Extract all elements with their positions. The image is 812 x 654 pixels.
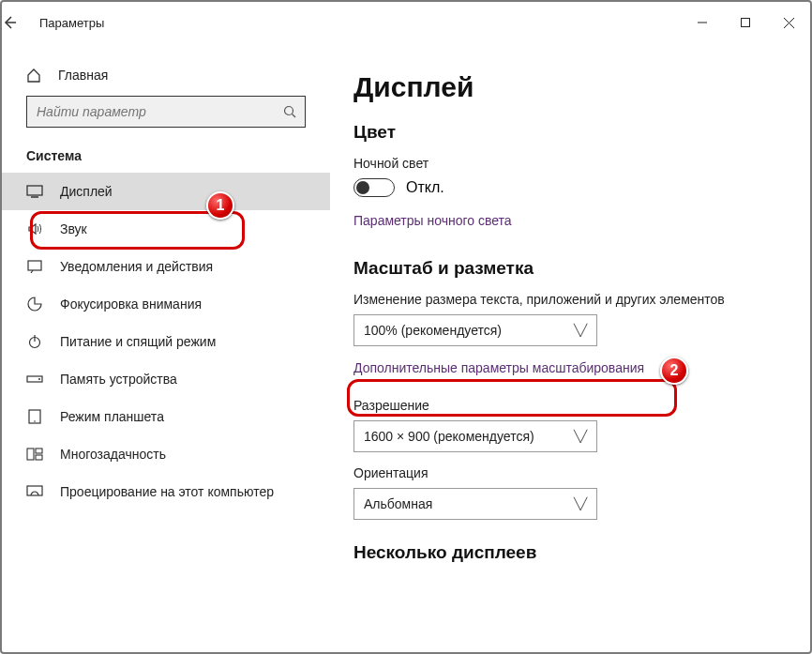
svg-rect-15 bbox=[27, 449, 34, 460]
orientation-value: Альбомная bbox=[364, 496, 432, 511]
back-button[interactable] bbox=[2, 15, 39, 30]
nav-focus[interactable]: Фокусировка внимания bbox=[2, 285, 330, 323]
nav-notifications[interactable]: Уведомления и действия bbox=[2, 248, 330, 285]
nav-label: Режим планшета bbox=[60, 409, 164, 424]
night-light-label: Ночной свет bbox=[353, 156, 782, 171]
annotation-badge-2: 2 bbox=[660, 357, 688, 385]
home-label: Главная bbox=[58, 68, 108, 83]
titlebar: Параметры bbox=[2, 2, 810, 43]
chevron-down-icon: ╲╱ bbox=[574, 497, 587, 510]
nav-storage[interactable]: Память устройства bbox=[2, 360, 330, 398]
nav-multitask[interactable]: Многозадачность bbox=[2, 435, 330, 473]
search-input[interactable] bbox=[26, 96, 306, 128]
svg-rect-6 bbox=[27, 186, 42, 195]
svg-rect-1 bbox=[742, 19, 750, 27]
annotation-highlight-2 bbox=[347, 379, 677, 417]
nav-label: Проецирование на этот компьютер bbox=[60, 484, 274, 499]
home-icon bbox=[26, 68, 41, 83]
window-controls bbox=[681, 2, 810, 43]
projection-icon bbox=[26, 485, 43, 498]
svg-point-4 bbox=[285, 107, 293, 115]
annotation-badge-1: 1 bbox=[206, 191, 234, 220]
night-light-toggle[interactable] bbox=[353, 178, 395, 197]
resolution-value: 1600 × 900 (рекомендуется) bbox=[364, 429, 534, 444]
svg-line-5 bbox=[293, 114, 296, 118]
svg-rect-16 bbox=[36, 449, 42, 453]
window-title: Параметры bbox=[39, 16, 104, 30]
sidebar: Главная Система Дисплей Звук bbox=[2, 43, 330, 652]
notification-icon bbox=[26, 260, 43, 273]
color-heading: Цвет bbox=[353, 122, 782, 143]
nav-label: Память устройства bbox=[60, 372, 177, 387]
tablet-icon bbox=[26, 409, 43, 424]
focus-icon bbox=[26, 297, 43, 312]
search-icon bbox=[283, 105, 296, 118]
advanced-scaling-link[interactable]: Дополнительные параметры масштабирования bbox=[353, 360, 644, 375]
main-panel: Дисплей Цвет Ночной свет Откл. Параметры… bbox=[330, 43, 810, 652]
nav-projection[interactable]: Проецирование на этот компьютер bbox=[2, 473, 330, 510]
settings-window: Параметры Главная bbox=[0, 0, 812, 654]
svg-rect-18 bbox=[27, 486, 42, 495]
section-system: Система bbox=[2, 148, 330, 173]
resolution-dropdown[interactable]: 1600 × 900 (рекомендуется) ╲╱ bbox=[353, 420, 597, 452]
nav-label: Фокусировка внимания bbox=[60, 297, 202, 312]
svg-point-12 bbox=[38, 378, 40, 380]
nav-power[interactable]: Питание и спящий режим bbox=[2, 323, 330, 360]
night-light-settings-link[interactable]: Параметры ночного света bbox=[353, 213, 512, 228]
chevron-down-icon: ╲╱ bbox=[574, 324, 587, 337]
scale-dropdown[interactable]: 100% (рекомендуется) ╲╱ bbox=[353, 314, 597, 346]
scale-desc: Изменение размера текста, приложений и д… bbox=[353, 292, 782, 307]
svg-rect-17 bbox=[36, 455, 42, 460]
multitask-icon bbox=[26, 448, 43, 461]
page-title: Дисплей bbox=[353, 71, 782, 103]
orientation-dropdown[interactable]: Альбомная ╲╱ bbox=[353, 488, 597, 520]
nav-tablet[interactable]: Режим планшета bbox=[2, 398, 330, 435]
nav-label: Дисплей bbox=[60, 184, 113, 199]
power-icon bbox=[26, 334, 43, 349]
close-button[interactable] bbox=[767, 2, 810, 43]
storage-icon bbox=[26, 373, 43, 385]
svg-point-14 bbox=[34, 420, 36, 422]
svg-rect-8 bbox=[28, 261, 41, 270]
search-box[interactable] bbox=[26, 96, 306, 128]
orientation-label: Ориентация bbox=[353, 465, 782, 480]
maximize-button[interactable] bbox=[724, 2, 767, 43]
nav-label: Уведомления и действия bbox=[60, 259, 213, 274]
nav-label: Многозадачность bbox=[60, 447, 166, 462]
multi-display-heading: Несколько дисплеев bbox=[353, 542, 782, 563]
nav-label: Питание и спящий режим bbox=[60, 334, 216, 349]
display-icon bbox=[26, 185, 43, 198]
scale-value: 100% (рекомендуется) bbox=[364, 323, 502, 338]
minimize-button[interactable] bbox=[681, 2, 724, 43]
night-light-state: Откл. bbox=[406, 179, 444, 196]
scale-heading: Масштаб и разметка bbox=[353, 258, 782, 279]
nav-display[interactable]: Дисплей bbox=[2, 173, 330, 210]
chevron-down-icon: ╲╱ bbox=[574, 430, 587, 443]
home-button[interactable]: Главная bbox=[2, 62, 330, 96]
